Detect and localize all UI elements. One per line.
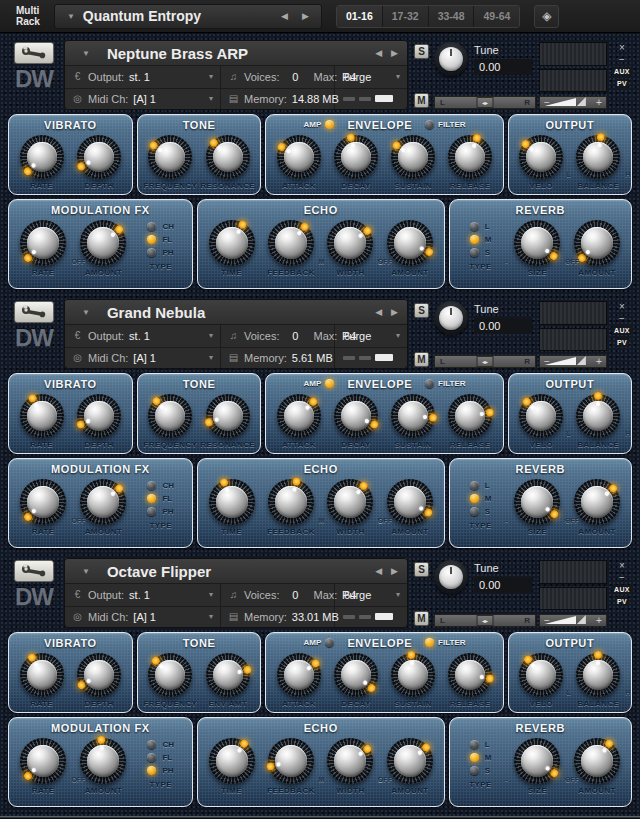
mute-button[interactable]: M (414, 352, 429, 367)
depth-knob[interactable] (77, 653, 121, 697)
fl-led[interactable] (147, 494, 156, 503)
amount-knob[interactable] (387, 738, 433, 784)
release-knob[interactable] (448, 653, 492, 697)
l-led[interactable] (470, 481, 479, 490)
size-knob[interactable] (514, 479, 560, 525)
amount-knob[interactable] (387, 479, 433, 525)
close-button[interactable]: × (619, 43, 625, 52)
aux-button[interactable]: AUX (612, 585, 632, 594)
tune-value[interactable]: 0.00 (474, 577, 532, 593)
ph-led[interactable] (147, 248, 156, 257)
width-knob[interactable] (327, 479, 373, 525)
pan-slider[interactable]: L ◂▸ R (434, 614, 536, 627)
ch-led[interactable] (147, 740, 156, 749)
fl-led[interactable] (147, 753, 156, 762)
multi-preset-selector[interactable]: ▼ Quantum Entropy ◀ ▶ (54, 4, 322, 29)
rate-knob[interactable] (20, 135, 64, 179)
depth-knob[interactable] (77, 135, 121, 179)
pan-slider[interactable]: L ◂▸ R (434, 355, 536, 368)
page-tab-2[interactable]: 17-32 (383, 6, 429, 27)
volume-slider[interactable]: − + (539, 355, 607, 368)
sustain-knob[interactable] (391, 394, 435, 438)
solo-button[interactable]: S (414, 303, 429, 318)
frequency-knob[interactable] (148, 394, 192, 438)
next-preset-arrow[interactable]: ▶ (302, 11, 309, 21)
s-led[interactable] (470, 248, 479, 257)
amount-knob[interactable] (574, 738, 620, 784)
pan-handle[interactable]: ◂▸ (477, 97, 494, 108)
prev-instrument-arrow[interactable]: ◀ (375, 566, 382, 576)
velo-knob[interactable] (519, 394, 563, 438)
chevron-down-icon[interactable]: ▼ (82, 567, 90, 576)
tune-value[interactable]: 0.00 (474, 59, 532, 75)
amount-knob[interactable] (574, 479, 620, 525)
ch-led[interactable] (147, 222, 156, 231)
midi-channel-select[interactable]: ◎ Midi Ch: [A] 1 ▾ (65, 347, 221, 369)
next-instrument-arrow[interactable]: ▶ (391, 307, 398, 317)
amp-led[interactable] (325, 379, 334, 388)
filter-led[interactable] (425, 120, 434, 129)
amount-knob[interactable] (387, 220, 433, 266)
next-instrument-arrow[interactable]: ▶ (391, 48, 398, 58)
decay-knob[interactable] (334, 394, 378, 438)
edit-wrench-button[interactable] (14, 301, 54, 323)
pan-slider[interactable]: L ◂▸ R (434, 96, 536, 109)
next-instrument-arrow[interactable]: ▶ (391, 566, 398, 576)
pan-handle[interactable]: ◂▸ (477, 615, 494, 626)
attack-knob[interactable] (277, 394, 321, 438)
decay-knob[interactable] (334, 653, 378, 697)
pv-button[interactable]: PV (615, 338, 629, 347)
m-led[interactable] (470, 494, 479, 503)
volume-slider[interactable]: − + (539, 96, 607, 109)
fl-led[interactable] (147, 235, 156, 244)
prev-instrument-arrow[interactable]: ◀ (375, 48, 382, 58)
minimize-button[interactable]: − (619, 573, 625, 582)
rate-knob[interactable] (20, 220, 66, 266)
output-select[interactable]: € Output: st. 1 ▾ (65, 66, 221, 88)
ph-led[interactable] (147, 507, 156, 516)
m-led[interactable] (470, 753, 479, 762)
release-knob[interactable] (448, 394, 492, 438)
solo-button[interactable]: S (414, 562, 429, 577)
depth-knob[interactable] (77, 394, 121, 438)
amp-led[interactable] (325, 120, 334, 129)
volume-handle[interactable] (577, 97, 586, 106)
balance-knob[interactable] (576, 394, 620, 438)
amount-knob[interactable] (80, 738, 126, 784)
pan-handle[interactable]: ◂▸ (477, 356, 494, 367)
midi-channel-select[interactable]: ◎ Midi Ch: [A] 1 ▾ (65, 606, 221, 628)
ph-led[interactable] (147, 766, 156, 775)
chevron-down-icon[interactable]: ▼ (82, 49, 90, 58)
time-knob[interactable] (209, 479, 255, 525)
purge-menu[interactable]: Purge ▾ (335, 66, 407, 88)
volume-slider[interactable]: − + (539, 614, 607, 627)
size-knob[interactable] (514, 738, 560, 784)
resonance-knob[interactable] (206, 135, 250, 179)
size-knob[interactable] (514, 220, 560, 266)
balance-knob[interactable] (576, 653, 620, 697)
sustain-knob[interactable] (391, 653, 435, 697)
amount-knob[interactable] (80, 220, 126, 266)
decay-knob[interactable] (334, 135, 378, 179)
volume-handle[interactable] (577, 356, 586, 365)
release-knob[interactable] (448, 135, 492, 179)
pv-button[interactable]: PV (615, 597, 629, 606)
tune-knob[interactable] (434, 560, 468, 594)
feedback-knob[interactable] (268, 220, 314, 266)
sustain-knob[interactable] (391, 135, 435, 179)
frequency-knob[interactable] (148, 135, 192, 179)
prev-instrument-arrow[interactable]: ◀ (375, 307, 382, 317)
mute-button[interactable]: M (414, 93, 429, 108)
width-knob[interactable] (327, 220, 373, 266)
output-select[interactable]: € Output: st. 1 ▾ (65, 584, 221, 606)
page-tab-1[interactable]: 01-16 (337, 6, 383, 27)
chevron-down-icon[interactable]: ▼ (82, 308, 90, 317)
edit-wrench-button[interactable] (14, 560, 54, 582)
s-led[interactable] (470, 766, 479, 775)
purge-menu[interactable]: Purge ▾ (335, 325, 407, 347)
l-led[interactable] (470, 222, 479, 231)
frequency-knob[interactable] (148, 653, 192, 697)
volume-handle[interactable] (577, 615, 586, 624)
rate-knob[interactable] (20, 479, 66, 525)
midi-channel-select[interactable]: ◎ Midi Ch: [A] 1 ▾ (65, 88, 221, 110)
